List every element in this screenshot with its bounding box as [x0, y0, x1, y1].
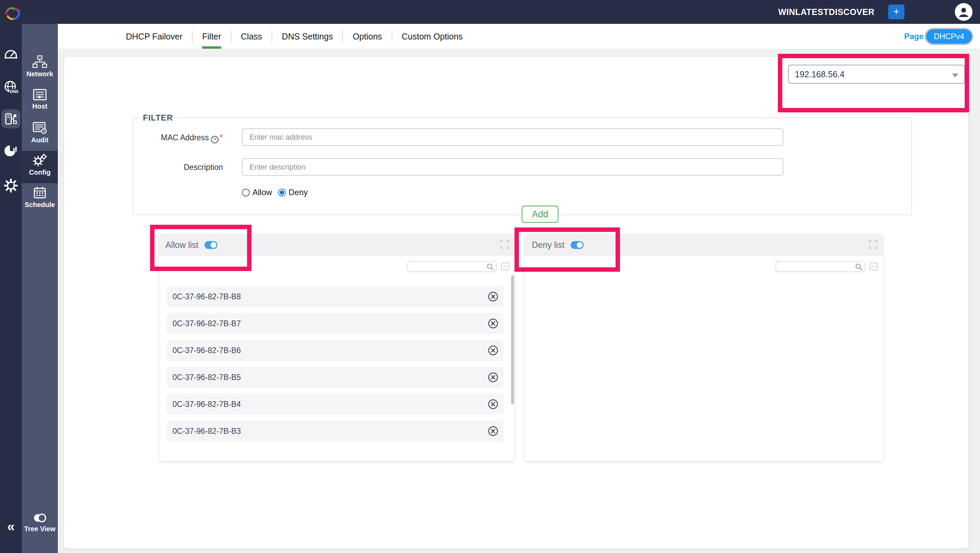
add-button[interactable]: Add — [522, 206, 558, 223]
add-server-button[interactable]: + — [888, 5, 904, 19]
sidebar-item-network[interactable]: Network — [22, 53, 58, 85]
deny-list-search — [775, 261, 865, 272]
search-icon — [855, 263, 862, 271]
allow-search-input[interactable] — [410, 262, 484, 271]
user-avatar[interactable] — [955, 3, 972, 21]
expand-icon[interactable] — [869, 240, 878, 249]
mac-address-value: 0C-37-96-82-7B-B8 — [172, 292, 241, 301]
collapse-sidebar-button[interactable]: « — [0, 519, 22, 534]
tabs: DHCP Failover Filter Class DNS Settings … — [126, 24, 472, 49]
allow-list-search — [407, 261, 497, 272]
remove-item-icon[interactable] — [488, 426, 498, 437]
mac-address-value: 0C-37-96-82-7B-B7 — [172, 319, 241, 328]
allow-list-item: 0C-37-96-82-7B-B6 — [167, 340, 504, 361]
dashboard-gauge-icon[interactable] — [4, 47, 18, 61]
mac-address-value: 0C-37-96-82-7B-B4 — [172, 400, 241, 409]
remove-item-icon[interactable] — [488, 345, 498, 356]
config-tabbar: DHCP Failover Filter Class DNS Settings … — [58, 24, 980, 49]
chevron-down-icon — [952, 73, 958, 77]
allow-list-header: Allow list — [159, 234, 514, 256]
tab-options[interactable]: Options — [343, 30, 392, 43]
remove-item-icon[interactable] — [488, 399, 498, 410]
help-icon[interactable]: ? — [211, 136, 218, 143]
description-label: Description — [133, 163, 223, 172]
mac-address-value: 0C-37-96-82-7B-B5 — [172, 373, 241, 382]
allow-radio[interactable] — [242, 189, 250, 196]
person-icon — [958, 6, 969, 18]
tab-dhcp-failover[interactable]: DHCP Failover — [126, 30, 192, 43]
dhcp-rail-item-active[interactable] — [2, 109, 21, 128]
dns-globe-icon[interactable]: DNS — [3, 80, 18, 94]
protocol-badge[interactable]: DHCPv4 — [925, 28, 973, 45]
deny-list-toggle[interactable] — [571, 241, 584, 249]
collapse-all-icon[interactable] — [501, 263, 509, 270]
required-asterisk: * — [220, 133, 223, 142]
deny-search-input[interactable] — [779, 262, 852, 271]
allow-list-item: 0C-37-96-82-7B-B3 — [167, 421, 504, 441]
mac-address-label: MAC Address?* — [133, 133, 223, 143]
allow-list-item: 0C-37-96-82-7B-B8 — [167, 286, 504, 307]
filter-legend: FILTER — [139, 113, 177, 123]
mac-address-value: 0C-37-96-82-7B-B6 — [172, 346, 241, 355]
expand-icon[interactable] — [500, 240, 509, 249]
sidebar-item-audit[interactable]: Audit — [22, 119, 58, 151]
mac-address-input[interactable] — [242, 128, 783, 146]
allow-deny-radio-group: Allow Deny — [242, 188, 314, 197]
audit-icon — [33, 122, 47, 134]
dhcp-console-app: WINLATESTDISCOVER + DNS — [0, 0, 980, 553]
tab-class[interactable]: Class — [231, 30, 272, 43]
deny-radio-label: Deny — [288, 188, 308, 197]
dhcp-server-icon — [4, 112, 18, 126]
deny-list-title: Deny list — [532, 240, 565, 250]
allow-list-item: 0C-37-96-82-7B-B7 — [167, 313, 504, 334]
allow-list-toggle[interactable] — [205, 241, 218, 249]
search-icon — [487, 263, 494, 271]
tab-filter[interactable]: Filter — [192, 30, 231, 43]
app-logo — [3, 2, 22, 22]
allow-radio-label: Allow — [253, 188, 272, 197]
settings-wrench-icon[interactable] — [4, 178, 18, 193]
allow-list-item: 0C-37-96-82-7B-B4 — [167, 394, 504, 415]
network-icon — [32, 55, 47, 68]
server-name-title: WINLATESTDISCOVER — [778, 0, 875, 24]
allow-list-rows: 0C-37-96-82-7B-B8 0C-37-96-82-7B-B7 — [167, 286, 504, 448]
sidebar-item-host[interactable]: Host — [22, 86, 58, 118]
host-icon — [33, 89, 47, 100]
description-input[interactable] — [242, 158, 783, 176]
deny-radio[interactable] — [278, 189, 286, 196]
topbar: WINLATESTDISCOVER + — [0, 0, 980, 24]
allow-list-panel: Allow list 0C-37-96-82-7B-B8 — [159, 234, 514, 461]
deny-list-panel: Deny list — [524, 234, 883, 461]
sidebar: Network Host Audit — [22, 24, 58, 553]
allow-list-scrollbar[interactable] — [511, 275, 514, 405]
reports-pie-icon[interactable] — [4, 144, 18, 158]
schedule-calendar-icon — [33, 186, 46, 199]
sidebar-item-config[interactable]: Config — [22, 151, 58, 183]
sidebar-item-schedule[interactable]: Schedule — [22, 184, 58, 216]
svg-text:DNS: DNS — [10, 89, 18, 94]
icon-rail: DNS — [0, 0, 22, 553]
allow-list-title: Allow list — [165, 240, 198, 250]
remove-item-icon[interactable] — [488, 318, 498, 329]
tree-view-icon — [32, 513, 48, 523]
server-select-dropdown[interactable]: 192.168.56.4 — [788, 65, 965, 84]
remove-item-icon[interactable] — [488, 372, 498, 383]
config-gears-icon — [32, 154, 47, 167]
allow-list-item: 0C-37-96-82-7B-B5 — [167, 367, 504, 388]
tab-dns-settings[interactable]: DNS Settings — [272, 30, 343, 43]
mac-address-value: 0C-37-96-82-7B-B3 — [172, 427, 241, 436]
remove-item-icon[interactable] — [488, 291, 498, 302]
sidebar-item-tree-view[interactable]: Tree View — [22, 510, 58, 542]
tab-custom-options[interactable]: Custom Options — [392, 30, 472, 43]
collapse-all-icon[interactable] — [870, 263, 878, 270]
deny-list-header: Deny list — [524, 234, 883, 256]
